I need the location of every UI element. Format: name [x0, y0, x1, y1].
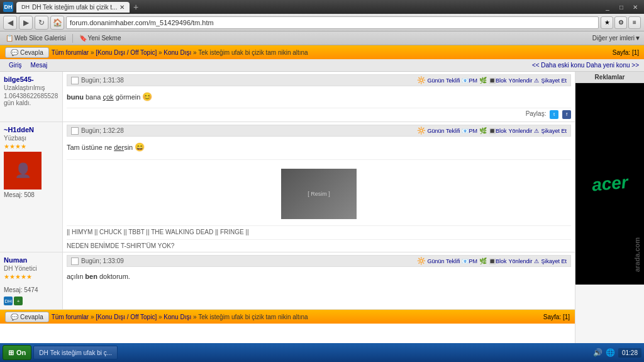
new-tab-btn[interactable]: + — [130, 1, 142, 13]
sig-line1: || HIMYM || CHUCK || TBBT || THE WALKING… — [67, 225, 571, 235]
tab-nav-mesaj[interactable]: Mesaj — [27, 60, 52, 70]
breadcrumb-topic: Tek isteğim ufak bi çizik tam nikin altı… — [198, 49, 308, 56]
blok-btn2[interactable]: 🔳Blok — [489, 128, 507, 134]
posts-area: bilge545- Uzaklaştırılmış 1.064386226855… — [0, 72, 575, 348]
smiley-icon: 😊 — [142, 92, 152, 101]
home-btn[interactable]: 🏠 — [50, 16, 64, 30]
browser-icon: DH — [3, 2, 13, 12]
gunteklifi-btn3[interactable]: Günün Teklifi — [428, 258, 460, 264]
advertisement-banner[interactable]: acer arada.com — [575, 83, 644, 285]
breadcrumb-bottom-konu[interactable]: Konu Dışı — [164, 314, 191, 320]
post-header-hidden: Bugün; 1:32:28 🔆 Günün Teklifi 📧PM 🌿 🔳Bl… — [67, 125, 571, 137]
bookmark-new-tab[interactable]: 🔖 Yeni Sekme — [77, 33, 124, 43]
more-bookmarks-btn[interactable]: Diğer yer imleri ▼ — [592, 35, 641, 42]
start-button[interactable]: ⊞ On — [3, 345, 31, 360]
taskbar-clock: 01:28 — [618, 348, 641, 358]
page-num-link-top[interactable]: [1] — [632, 49, 639, 56]
post-user-numan: Numan DH Yönetici ★★★★★ Mesaj: 5474 DH + — [0, 252, 63, 309]
post-text-underline-hidden: der — [114, 144, 124, 151]
facebook-share-icon[interactable]: f — [562, 110, 571, 119]
username-bilge545[interactable]: bilge545- — [4, 76, 58, 83]
tab-nav: Giriş Mesaj — [5, 60, 51, 70]
post-date-bilge545: Bugün; 1:31:38 — [81, 77, 124, 84]
top-banner: 💬 Cevapla Tüm forumlar » [Konu Dışı / Of… — [0, 45, 644, 59]
post-actions-numan: 🔆 Günün Teklifi 📧PM 🌿 🔳Blok Yönlendir ⚠ … — [417, 257, 567, 265]
new-tab-bookmark-icon: 🔖 — [79, 35, 87, 42]
post-text-bilge545: bunu bana çok görmein 😊 — [67, 89, 571, 105]
breadcrumb-bottom-off[interactable]: [Konu Dışı / Off Topic] — [96, 314, 157, 320]
page-label-bottom: Sayfa: — [543, 314, 563, 320]
tab-nav-giris[interactable]: Giriş — [5, 60, 26, 70]
breadcrumb-all-forums[interactable]: Tüm forumlar — [52, 49, 89, 56]
page-number-bottom: Sayfa: [1] — [543, 314, 570, 320]
blok-btn[interactable]: 🔳Blok — [489, 77, 507, 84]
breadcrumb-bottom-topic: Tek isteğim ufak bi çizik tam nikin altı… — [198, 314, 308, 320]
post-content-bilge545: Bugün; 1:31:38 🔆 Günün Teklifi 📧PM 🌿 🔳Bl… — [63, 72, 575, 122]
username-hidden[interactable]: ~H1ddeN — [4, 126, 58, 133]
user-stars-hidden: ★★★★ — [4, 143, 58, 150]
page-num-link-bottom[interactable]: [1] — [563, 314, 570, 320]
network-icon[interactable]: 🌐 — [606, 348, 616, 358]
tools-btn[interactable]: ⚙ — [614, 16, 627, 29]
post-checkbox-hidden[interactable] — [71, 127, 79, 135]
bottom-reply-button[interactable]: 💬 Cevapla — [5, 312, 49, 322]
back-btn[interactable]: ◀ — [3, 16, 17, 30]
taskbar-item-browser[interactable]: DH Tek isteğim ufak bi ç... — [33, 346, 118, 359]
tab-close-btn[interactable]: ✕ — [119, 4, 125, 11]
pm-btn3[interactable]: 📧PM — [462, 258, 477, 264]
post-checkbox[interactable] — [71, 77, 79, 84]
gunteklifi-icon2: 🔆 — [417, 127, 426, 135]
browser-tab-active[interactable]: DH DH Tek isteğim ufak bi çizik t... ✕ — [16, 2, 130, 13]
forward-btn[interactable]: ▶ — [19, 16, 33, 30]
maximize-btn[interactable]: □ — [616, 3, 627, 11]
volume-icon[interactable]: 🔊 — [593, 348, 603, 358]
favorites-btn[interactable]: ★ — [601, 16, 613, 29]
sikayet-btn2[interactable]: Şikayet Et — [541, 128, 567, 134]
post-share-bilge545: Paylaş: t f — [67, 108, 571, 119]
username-numan[interactable]: Numan — [4, 256, 58, 264]
post-text-hidden: Tam üstüne ne dersin 😄 — [67, 139, 571, 156]
nav-bar: ◀ ▶ ↻ 🏠 ★ ⚙ ≡ — [0, 14, 644, 31]
pm-btn2[interactable]: 📧PM — [462, 128, 477, 134]
windows-icon: ⊞ — [8, 349, 14, 357]
yonlendir-btn3[interactable]: Yönlendir — [508, 258, 532, 264]
yonlendir-btn[interactable]: Yönlendir — [508, 77, 532, 84]
more-bookmarks-label: Diğer yer imleri — [592, 35, 635, 42]
taskbar-item-icon: DH — [39, 349, 48, 356]
refresh-btn[interactable]: ↻ — [35, 16, 48, 30]
breadcrumb-bottom-all[interactable]: Tüm forumlar — [52, 314, 89, 320]
table-row: ~H1ddeN Yüzbaşı ★★★★ 👤 Mesaj: 508 Bugün; — [0, 122, 575, 252]
web-slice-label: Web Slice Galerisi — [14, 35, 66, 42]
older-topic-link[interactable]: << Daha eski konu — [532, 62, 584, 69]
breadcrumb-off-topic[interactable]: [Konu Dışı / Off Topic] — [96, 49, 157, 56]
sikayet-btn3[interactable]: Şikayet Et — [541, 258, 567, 264]
yonlendir-btn2[interactable]: Yönlendir — [508, 128, 532, 134]
post-header-left-numan: Bugün; 1:33:09 — [71, 257, 124, 265]
top-reply-button[interactable]: 💬 Cevapla — [5, 47, 49, 58]
window-controls: _ □ ✕ — [602, 3, 641, 11]
breadcrumb-konu-disi[interactable]: Konu Dışı — [164, 49, 191, 56]
gunteklifi-btn[interactable]: Günün Teklifi — [428, 77, 460, 84]
taskbar: ⊞ On DH Tek isteğim ufak bi ç... 🔊 🌐 01:… — [0, 343, 644, 362]
twitter-share-icon[interactable]: t — [550, 110, 558, 119]
avatar-image-placeholder: 👤 — [14, 162, 31, 179]
warn-icon3: ⚠ — [534, 258, 539, 264]
reply-label: Cevapla — [20, 49, 43, 56]
pm-btn[interactable]: 📧PM — [462, 77, 477, 84]
close-btn[interactable]: ✕ — [630, 3, 641, 11]
user-stars-numan: ★★★★★ — [4, 273, 58, 280]
gunteklifi-btn2[interactable]: Günün Teklifi — [428, 128, 460, 134]
sikayet-btn[interactable]: Şikayet Et — [541, 77, 567, 84]
post-checkbox-numan[interactable] — [71, 257, 79, 265]
newer-topic-link[interactable]: Daha yeni konu >> — [586, 62, 639, 69]
blok-btn3[interactable]: 🔳Blok — [489, 258, 507, 264]
page-header-row: Giriş Mesaj << Daha eski konu Daha yeni … — [0, 59, 644, 72]
bookmarks-bar: 📋 Web Slice Galerisi 🔖 Yeni Sekme Diğer … — [0, 31, 644, 45]
bookmark-web-slice[interactable]: 📋 Web Slice Galerisi — [3, 33, 69, 43]
topic-navigation-links: << Daha eski konu Daha yeni konu >> — [532, 62, 639, 69]
title-bar: DH DH DH Tek isteğim ufak bi çizik t... … — [0, 0, 644, 14]
post-user-bilge545: bilge545- Uzaklaştırılmış 1.064386226855… — [0, 72, 63, 122]
menu-btn[interactable]: ≡ — [628, 16, 641, 29]
address-input[interactable] — [66, 16, 599, 29]
minimize-btn[interactable]: _ — [602, 3, 613, 11]
